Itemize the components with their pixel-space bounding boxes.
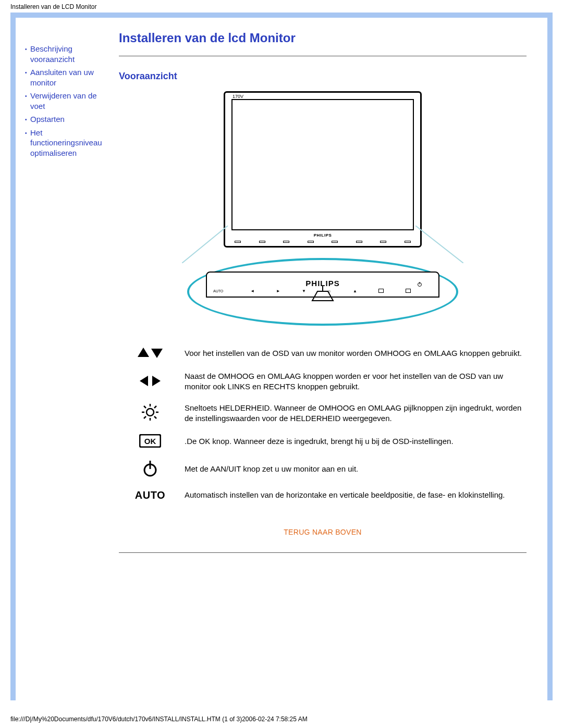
bullet-icon: • <box>25 44 30 64</box>
bullet-icon: • <box>25 128 30 158</box>
table-row: Met de AAN/UIT knop zet u uw monitor aan… <box>119 454 527 484</box>
svg-marker-4 <box>138 348 149 357</box>
section-heading: Vooraanzicht <box>119 71 527 82</box>
sidebar-item-label: Het functioneringsniveau optimaliseren <box>30 128 114 158</box>
content-frame: • Beschrijving vooraanzicht • Aansluiten… <box>10 13 553 700</box>
up-down-icon <box>137 347 164 359</box>
brightness-icon <box>141 403 160 422</box>
sidebar-item[interactable]: • Verwijderen van de voet <box>25 91 114 111</box>
sidebar-item[interactable]: • Beschrijving vooraanzicht <box>25 44 114 64</box>
control-description: Automatisch instellen van de horizontake… <box>181 484 527 507</box>
ok-mini-icon <box>378 289 384 293</box>
svg-text:OK: OK <box>144 437 156 446</box>
svg-line-14 <box>154 416 156 418</box>
sidebar-item-label: Opstarten <box>30 114 114 125</box>
divider <box>119 56 527 56</box>
table-row: OK .De OK knop. Wanneer deze is ingedruk… <box>119 429 527 454</box>
sidebar-item-label: Verwijderen van de voet <box>30 91 114 111</box>
panel-auto-label: AUTO <box>213 289 229 293</box>
cable-icon <box>302 286 344 314</box>
menu-mini-icon <box>406 289 411 293</box>
divider <box>119 552 527 553</box>
svg-marker-6 <box>140 376 148 386</box>
page-title: Installeren van de lcd Monitor <box>119 31 527 45</box>
right-arrow-icon: ► <box>276 289 280 293</box>
svg-marker-5 <box>151 349 163 358</box>
control-description: Naast de OMHOOG en OMLAAG knoppen worden… <box>181 366 527 398</box>
sidebar-item[interactable]: • Opstarten <box>25 114 114 125</box>
auto-icon: AUTO <box>135 489 165 501</box>
sidebar-item-label: Beschrijving vooraanzicht <box>30 44 114 64</box>
sidebar-item-label: Aansluiten van uw monitor <box>30 67 114 88</box>
control-description: Voor het instellen van de OSD van uw mon… <box>181 341 527 366</box>
left-arrow-icon: ◄ <box>250 289 254 293</box>
main-content: Installeren van de lcd Monitor Vooraanzi… <box>119 18 547 700</box>
back-to-top-link[interactable]: TERUG NAAR BOVEN <box>284 528 362 536</box>
sidebar-item[interactable]: • Aansluiten van uw monitor <box>25 67 114 88</box>
svg-marker-7 <box>152 376 161 386</box>
sidebar: • Beschrijving vooraanzicht • Aansluiten… <box>20 18 119 700</box>
svg-point-8 <box>146 409 154 416</box>
table-row: Voor het instellen van de OSD van uw mon… <box>119 341 527 366</box>
sidebar-item[interactable]: • Het functioneringsniveau optimaliseren <box>25 128 114 158</box>
svg-line-15 <box>144 416 146 418</box>
bullet-icon: • <box>25 67 30 88</box>
bullet-icon: • <box>25 91 30 111</box>
bezel-zoom: PHILIPS AUTO ◄ ► ▼ ☼ <box>187 258 458 326</box>
control-description: .De OK knop. Wanneer deze is ingedrukt, … <box>181 429 527 454</box>
power-icon <box>142 460 158 477</box>
table-row: Naast de OMHOOG en OMLAAG knoppen worden… <box>119 366 527 398</box>
controls-table: Voor het instellen van de OSD van uw mon… <box>119 341 527 507</box>
product-illustration: 170V PHILIPS <box>119 91 527 326</box>
svg-line-16 <box>154 406 156 408</box>
left-right-icon <box>139 375 162 387</box>
bullet-icon: • <box>25 114 30 125</box>
up-arrow-icon: ▲ <box>353 289 357 293</box>
table-row: AUTO Automatisch instellen van de horizo… <box>119 484 527 507</box>
control-description: Met de AAN/UIT knop zet u uw monitor aan… <box>181 454 527 484</box>
ok-button-icon: OK <box>139 434 161 448</box>
svg-line-13 <box>144 406 146 408</box>
model-badge: 170V <box>232 94 243 99</box>
footer-path: file:///D|/My%20Documents/dfu/170V6/dutc… <box>0 715 313 726</box>
header-path: Installeren van de LCD Monitor <box>0 0 563 13</box>
monitor-drawing: 170V PHILIPS <box>224 91 422 248</box>
table-row: Sneltoets HELDERHEID. Wanneer de OMHOOG … <box>119 398 527 429</box>
control-description: Sneltoets HELDERHEID. Wanneer de OMHOOG … <box>181 398 527 429</box>
